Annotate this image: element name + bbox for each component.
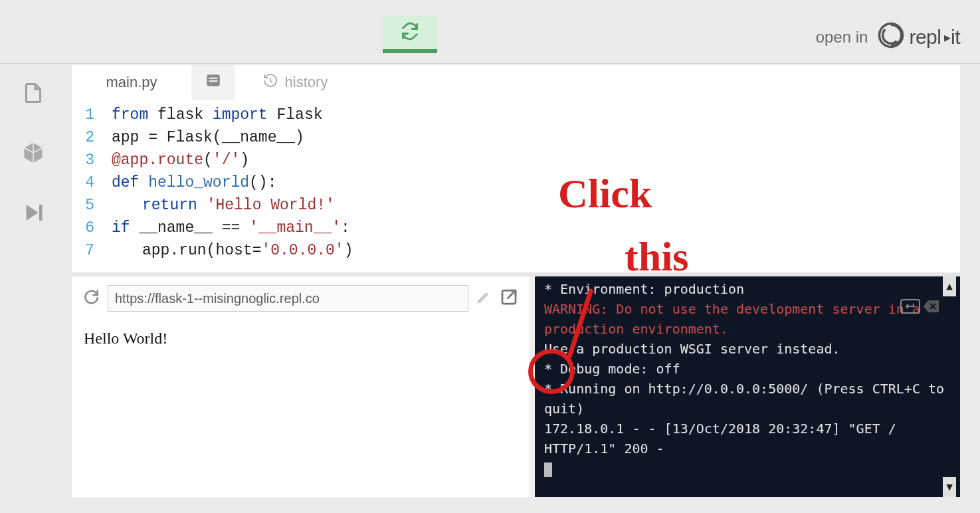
preview-pane: Hello World! xyxy=(72,276,530,497)
code-text: @app.route('/') xyxy=(112,149,249,171)
left-rail xyxy=(0,65,66,513)
code-line[interactable]: 7app.run(host='0.0.0.0') xyxy=(72,239,960,262)
tab-file[interactable]: main.py xyxy=(72,65,191,100)
svg-rect-1 xyxy=(39,205,43,221)
code-line[interactable]: 3@app.route('/') xyxy=(72,149,960,171)
terminal-line: WARNING: Do not use the development serv… xyxy=(544,299,953,339)
terminal-line: * Running on http://0.0.0.0:5000/ (Press… xyxy=(544,379,953,419)
code-text: app.run(host='0.0.0.0') xyxy=(112,239,353,262)
address-bar xyxy=(72,276,530,320)
refresh-icon xyxy=(401,22,419,43)
code-text: from flask import Flask xyxy=(112,104,323,126)
code-line[interactable]: 2app = Flask(__name__) xyxy=(72,126,960,149)
files-icon[interactable] xyxy=(21,81,45,105)
code-line[interactable]: 5return 'Hello World!' xyxy=(72,194,960,217)
reload-icon[interactable] xyxy=(82,288,100,309)
tab-card[interactable] xyxy=(191,65,235,100)
packages-icon[interactable] xyxy=(21,141,45,165)
terminal-line: 172.18.0.1 - - [13/Oct/2018 20:32:47] "G… xyxy=(544,419,953,459)
code-line[interactable]: 4def hello_world(): xyxy=(72,171,960,194)
history-icon xyxy=(262,72,278,92)
code-text: if __name__ == '__main__': xyxy=(112,217,350,239)
edit-url-icon[interactable] xyxy=(476,290,491,308)
gutter-number: 1 xyxy=(72,104,112,126)
code-editor[interactable]: 1from flask import Flask2app = Flask(__n… xyxy=(72,100,960,268)
preview-body: Hello World! xyxy=(72,320,530,497)
terminal[interactable]: ▲▼ * Environment: production WARNING: Do… xyxy=(535,276,960,497)
lower-panel: Hello World! ▲▼ * Environment: productio… xyxy=(72,272,960,497)
code-text: def hello_world(): xyxy=(112,171,276,194)
run-to-end-icon[interactable] xyxy=(21,201,45,225)
terminal-cursor xyxy=(544,462,552,477)
card-icon xyxy=(205,72,222,93)
tab-file-label: main.py xyxy=(106,74,157,91)
open-external-icon[interactable] xyxy=(499,287,519,310)
code-text: return 'Hello World!' xyxy=(112,194,335,217)
brand-text: repl ▸it xyxy=(909,26,960,49)
terminal-return-chip[interactable] xyxy=(900,299,940,314)
gutter-number: 5 xyxy=(72,194,112,217)
url-input[interactable] xyxy=(108,285,468,312)
code-text: app = Flask(__name__) xyxy=(112,126,304,149)
svg-rect-3 xyxy=(209,78,218,79)
top-bar: open in repl ▸it xyxy=(0,0,980,64)
code-line[interactable]: 6if __name__ == '__main__': xyxy=(72,217,960,239)
code-line[interactable]: 1from flask import Flask xyxy=(72,104,960,126)
svg-rect-4 xyxy=(209,80,218,82)
terminal-line: * Debug mode: off xyxy=(544,359,953,379)
replit-logo-icon xyxy=(877,21,905,53)
terminal-line: * Environment: production xyxy=(544,279,953,299)
preview-text: Hello World! xyxy=(84,330,167,347)
editor-tabs: main.py history xyxy=(72,65,960,100)
gutter-number: 2 xyxy=(72,126,112,149)
gutter-number: 3 xyxy=(72,149,112,171)
splitter-handle[interactable] xyxy=(530,276,535,497)
open-in-replit[interactable]: open in repl ▸it xyxy=(816,21,960,53)
tab-history[interactable]: history xyxy=(235,65,355,100)
gutter-number: 7 xyxy=(72,239,112,262)
main-panel: main.py history 1from flask import Flask… xyxy=(72,65,960,497)
gutter-number: 6 xyxy=(72,217,112,239)
tab-history-label: history xyxy=(285,74,328,91)
terminal-line: Use a production WSGI server instead. xyxy=(544,339,953,359)
open-in-label: open in xyxy=(816,28,868,47)
run-button[interactable] xyxy=(383,16,437,53)
gutter-number: 4 xyxy=(72,171,112,194)
